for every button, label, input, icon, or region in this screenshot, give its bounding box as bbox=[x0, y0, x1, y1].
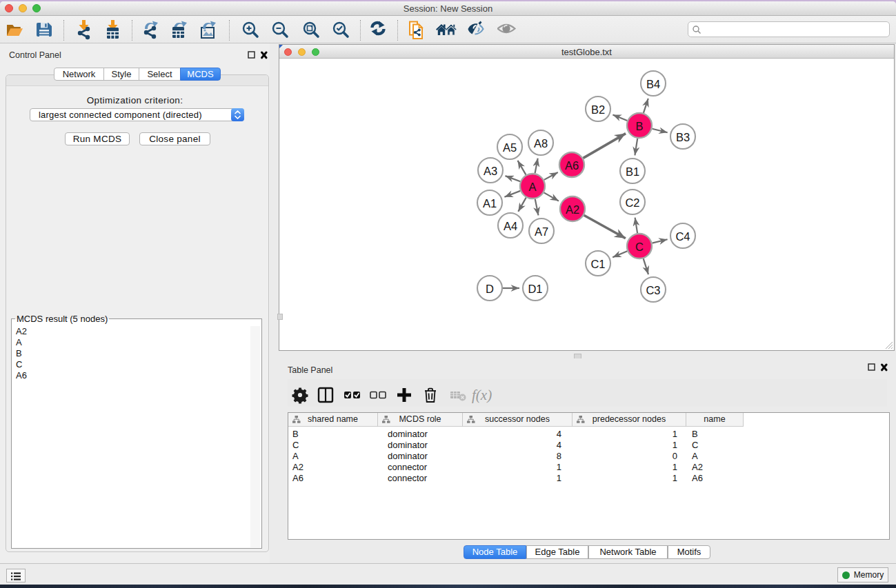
svg-text:A6: A6 bbox=[565, 159, 579, 172]
svg-text:A7: A7 bbox=[535, 225, 548, 238]
svg-text:A3: A3 bbox=[484, 165, 497, 177]
svg-text:D1: D1 bbox=[528, 283, 542, 295]
svg-text:C3: C3 bbox=[646, 284, 660, 296]
svg-text:B2: B2 bbox=[591, 103, 605, 116]
svg-text:A5: A5 bbox=[503, 141, 517, 154]
svg-text:C2: C2 bbox=[625, 196, 639, 209]
svg-text:B1: B1 bbox=[626, 165, 639, 178]
svg-text:A8: A8 bbox=[534, 137, 548, 150]
svg-text:B3: B3 bbox=[676, 131, 690, 143]
svg-text:B: B bbox=[635, 120, 643, 132]
svg-text:f(x): f(x) bbox=[472, 387, 492, 403]
svg-text:D: D bbox=[486, 283, 494, 295]
svg-text:A1: A1 bbox=[483, 197, 497, 210]
svg-text:A: A bbox=[528, 181, 536, 193]
svg-text:A4: A4 bbox=[504, 220, 517, 232]
svg-text:C1: C1 bbox=[590, 258, 605, 270]
svg-text:B4: B4 bbox=[646, 78, 660, 90]
svg-text:A2: A2 bbox=[566, 203, 579, 216]
svg-text:C: C bbox=[635, 241, 644, 253]
svg-text:C4: C4 bbox=[675, 230, 690, 243]
